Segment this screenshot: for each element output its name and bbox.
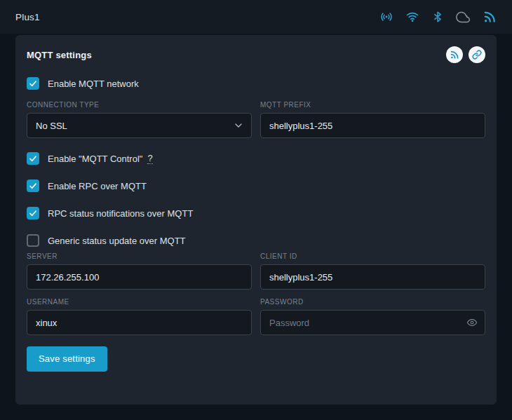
connection-type-value: No SSL	[36, 121, 67, 131]
mqtt-settings-card: MQTT settings Enable MQTT network	[15, 35, 497, 405]
header-badges	[446, 46, 485, 63]
cloud-icon[interactable]	[456, 10, 471, 25]
client-id-label: CLIENT ID	[260, 252, 485, 260]
enable-mqtt-network-checkbox[interactable]	[27, 77, 39, 90]
password-input[interactable]	[261, 311, 485, 334]
username-input[interactable]	[27, 311, 251, 334]
credentials-grid: USERNAME PASSWORD	[27, 298, 485, 335]
connection-type-select[interactable]: No SSL	[27, 113, 252, 138]
rpc-over-mqtt-label: Enable RPC over MQTT	[48, 181, 147, 191]
rpc-over-mqtt-checkbox[interactable]	[27, 179, 39, 192]
device-name: Plus1	[15, 12, 40, 22]
chevron-down-icon	[233, 120, 244, 131]
client-id-input[interactable]	[261, 265, 485, 289]
option-rpc-status-notifications[interactable]: RPC status notifications over MQTT	[27, 207, 485, 219]
link-badge-icon[interactable]	[469, 46, 485, 63]
connection-grid: CONNECTION TYPE No SSL MQTT PREFIX	[27, 101, 485, 138]
access-point-icon[interactable]	[379, 10, 393, 24]
generic-status-checkbox[interactable]	[27, 234, 39, 247]
username-label: USERNAME	[27, 298, 252, 306]
server-grid: SERVER CLIENT ID	[27, 252, 485, 290]
client-id-field-wrap	[260, 264, 485, 290]
mqtt-options: Enable "MQTT Control" ? Enable RPC over …	[27, 152, 485, 247]
password-field-wrap	[260, 310, 485, 335]
mqtt-control-checkbox[interactable]	[27, 152, 39, 165]
page-title: MQTT settings	[27, 50, 92, 60]
mqtt-prefix-field-wrap	[260, 113, 485, 138]
server-group: SERVER	[27, 252, 252, 290]
password-label: PASSWORD	[260, 298, 485, 306]
server-label: SERVER	[27, 252, 252, 260]
client-id-group: CLIENT ID	[260, 252, 485, 290]
save-settings-button[interactable]: Save settings	[27, 346, 107, 372]
server-field-wrap	[27, 264, 252, 290]
option-rpc-over-mqtt[interactable]: Enable RPC over MQTT	[27, 179, 485, 192]
mqtt-control-help[interactable]: ?	[147, 153, 152, 164]
card-header: MQTT settings	[27, 46, 485, 63]
show-password-eye-icon[interactable]	[466, 317, 478, 328]
mqtt-prefix-input[interactable]	[261, 114, 485, 137]
rpc-status-label: RPC status notifications over MQTT	[48, 208, 193, 219]
connection-type-group: CONNECTION TYPE No SSL	[27, 101, 252, 138]
mqtt-prefix-group: MQTT PREFIX	[260, 101, 485, 138]
mqtt-prefix-label: MQTT PREFIX	[260, 101, 485, 109]
rpc-status-checkbox[interactable]	[27, 207, 39, 219]
bluetooth-icon[interactable]	[431, 11, 444, 23]
topbar: Plus1	[0, 0, 512, 34]
option-generic-status-update[interactable]: Generic status update over MQTT	[27, 234, 485, 247]
enable-mqtt-network-label: Enable MQTT network	[48, 79, 139, 89]
connection-type-label: CONNECTION TYPE	[27, 101, 252, 109]
enable-mqtt-network-row[interactable]: Enable MQTT network	[27, 77, 485, 90]
generic-status-label: Generic status update over MQTT	[48, 236, 186, 246]
mqtt-control-label: Enable "MQTT Control"	[48, 154, 142, 164]
status-icons	[379, 10, 497, 25]
mqtt-badge-icon[interactable]	[446, 46, 463, 63]
username-group: USERNAME	[27, 298, 252, 335]
server-input[interactable]	[27, 265, 251, 289]
password-group: PASSWORD	[260, 298, 485, 335]
wifi-icon[interactable]	[405, 10, 419, 24]
username-field-wrap	[27, 310, 252, 335]
mqtt-icon[interactable]	[483, 10, 497, 24]
option-mqtt-control[interactable]: Enable "MQTT Control" ?	[27, 152, 485, 165]
